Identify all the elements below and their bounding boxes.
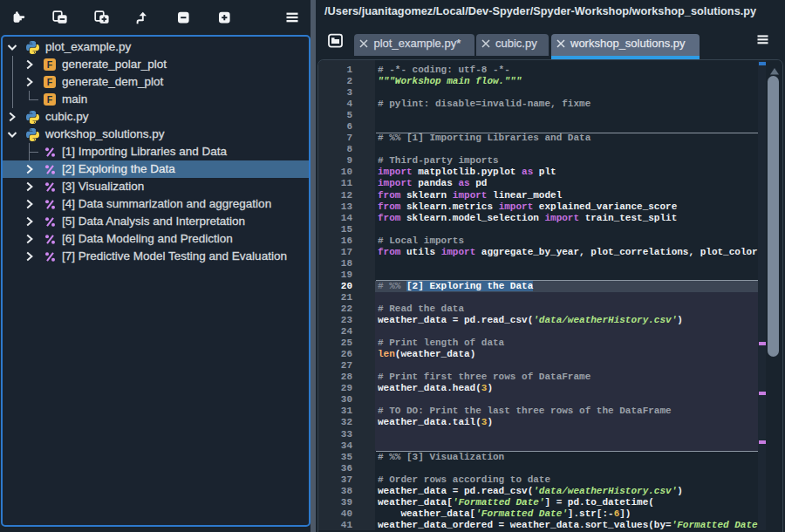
svg-text:F: F: [47, 59, 53, 70]
svg-text:F: F: [47, 94, 53, 105]
svg-text:F: F: [47, 77, 53, 87]
